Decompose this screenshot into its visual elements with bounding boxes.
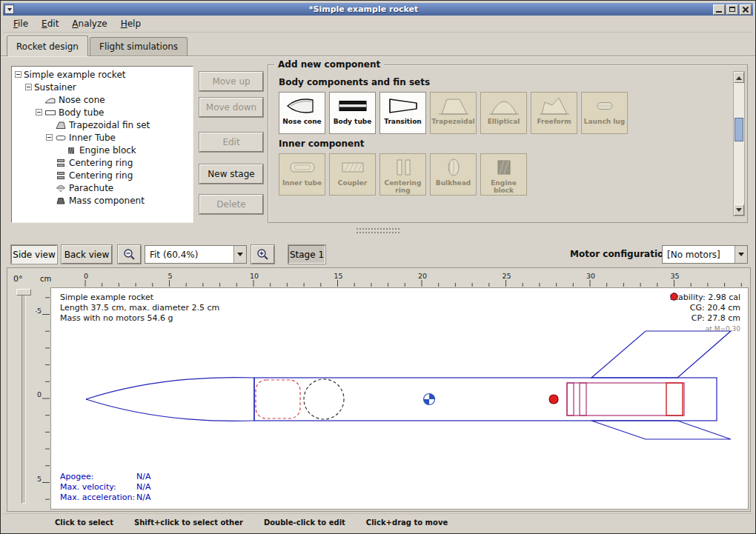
chevron-down-icon[interactable] xyxy=(735,246,747,263)
minimize-icon[interactable] xyxy=(713,4,725,15)
rocket-dimensions: Length 37.5 cm, max. diameter 2.5 cm xyxy=(60,303,219,313)
rotation-slider[interactable] xyxy=(21,290,26,504)
tree-item-mass-component[interactable]: Mass component xyxy=(12,194,193,207)
vertical-ruler: -505 xyxy=(36,287,50,510)
add-bulkhead-button[interactable]: Bulkhead xyxy=(430,153,477,196)
stability-value: Stability: 2.98 cal xyxy=(670,293,740,303)
tab-bar: Rocket design Flight simulations xyxy=(7,36,188,56)
tree-collapse-icon[interactable] xyxy=(25,84,32,90)
svg-text:5: 5 xyxy=(168,272,172,280)
move-down-button[interactable]: Move down xyxy=(199,98,263,117)
back-view-button[interactable]: Back view xyxy=(62,245,112,264)
chevron-down-icon[interactable] xyxy=(233,246,246,263)
tree-item-inner-tube[interactable]: Inner Tube xyxy=(12,131,193,144)
edit-button[interactable]: Edit xyxy=(199,133,263,152)
component-tree[interactable]: Simple example rocketSustainerNose coneB… xyxy=(11,66,193,223)
add-nose-cone-button[interactable]: Nose cone xyxy=(279,92,325,134)
close-icon[interactable] xyxy=(740,4,752,15)
add-body-tube-button[interactable]: Body tube xyxy=(329,92,376,134)
status-hint: Click to select xyxy=(55,518,113,527)
stability-info: Stability: 2.98 cal CG: 20.4 cm CP: 27.8… xyxy=(670,293,740,334)
tab-rocket-design[interactable]: Rocket design xyxy=(7,36,88,56)
mass-icon xyxy=(55,196,67,205)
tree-item-sustainer[interactable]: Sustainer xyxy=(12,81,193,93)
component-group-label: Inner component xyxy=(279,138,729,149)
add-inner-tube-button[interactable]: Inner tube xyxy=(279,153,325,196)
freeform-icon xyxy=(538,95,571,117)
flight-data: Apogee:N/A Max. velocity:N/A Max. accele… xyxy=(60,472,150,503)
tree-item-body-tube[interactable]: Body tube xyxy=(12,106,193,119)
tree-item-nose-cone[interactable]: Nose cone xyxy=(12,93,193,106)
component-button-label: Trapezoidal xyxy=(431,118,474,125)
application-window: *Simple example rocket File Edit Analyze… xyxy=(0,0,756,534)
stage-1-toggle[interactable]: Stage 1 xyxy=(288,245,325,264)
tree-item-trapezoidal-fin-set[interactable]: Trapezoidal fin set xyxy=(12,119,193,131)
motor-configuration-select[interactable]: [No motors] xyxy=(662,245,748,264)
add-centering-ring-button[interactable]: Centering ring xyxy=(379,153,426,196)
motor-configuration-value: [No motors] xyxy=(663,250,735,260)
component-button-label: Elliptical xyxy=(488,118,520,125)
tree-item-label: Nose cone xyxy=(59,95,105,105)
horizontal-ruler: 05101520253035 xyxy=(50,272,749,287)
new-stage-button[interactable]: New stage xyxy=(199,164,263,184)
component-group-label: Body components and fin sets xyxy=(279,77,729,87)
add-freeform-button[interactable]: Freeform xyxy=(531,92,577,134)
tree-item-centering-ring[interactable]: Centering ring xyxy=(12,169,193,181)
tree-item-engine-block[interactable]: Engine block xyxy=(12,144,193,156)
tree-item-label: Sustainer xyxy=(34,82,76,93)
zoom-out-button[interactable] xyxy=(118,245,141,264)
window-menu-icon[interactable] xyxy=(4,4,14,14)
menu-file[interactable]: File xyxy=(7,16,34,31)
tree-item-centering-ring[interactable]: Centering ring xyxy=(12,156,193,169)
bulkhead-icon xyxy=(437,156,470,178)
component-button-label: Inner tube xyxy=(282,179,322,187)
tree-item-label: Simple example rocket xyxy=(24,70,125,80)
apogee-label: Apogee: xyxy=(60,472,136,482)
cg-marker xyxy=(424,394,435,405)
rocket-name: Simple example rocket xyxy=(60,293,219,303)
zoom-in-button[interactable] xyxy=(251,245,274,264)
scrollbar-thumb[interactable] xyxy=(735,118,743,141)
status-hint: Double-click to edit xyxy=(264,518,345,527)
rotation-value: 0° xyxy=(13,274,23,284)
add-component-title: Add new component xyxy=(274,59,384,70)
tree-item-parachute[interactable]: Parachute xyxy=(12,181,193,194)
tree-collapse-icon[interactable] xyxy=(36,109,42,116)
tree-expander-spacer xyxy=(36,96,42,103)
tree-collapse-icon[interactable] xyxy=(46,134,53,141)
tree-expander-spacer xyxy=(46,197,53,204)
rocket-diagram-panel: 0° cm 05101520253035 -505 xyxy=(7,267,751,512)
component-button-label: Coupler xyxy=(338,179,367,187)
centeringring-icon xyxy=(55,158,67,167)
split-pane-divider[interactable] xyxy=(1,226,755,242)
velocity-value: N/A xyxy=(136,482,150,492)
add-coupler-button[interactable]: Coupler xyxy=(329,153,376,196)
tree-item-simple-example-rocket[interactable]: Simple example rocket xyxy=(12,68,193,81)
add-engine-block-button[interactable]: Engine block xyxy=(480,153,527,196)
tree-collapse-icon[interactable] xyxy=(15,71,21,78)
scroll-down-icon[interactable] xyxy=(734,204,744,216)
add-launch-lug-button[interactable]: Launch lug xyxy=(581,92,628,134)
svg-text:15: 15 xyxy=(334,272,342,280)
rocket-canvas[interactable]: Simple example rocket Length 37.5 cm, ma… xyxy=(50,287,749,510)
menu-help[interactable]: Help xyxy=(115,16,147,31)
side-view-button[interactable]: Side view xyxy=(11,245,57,264)
maximize-icon[interactable] xyxy=(726,4,738,15)
view-toolbar: Side view Back view Fit (60.4%) Stage 1 … xyxy=(1,242,755,266)
rotation-slider-handle[interactable] xyxy=(16,289,31,296)
menu-edit[interactable]: Edit xyxy=(36,16,64,31)
status-bar: Click to selectShift+click to select oth… xyxy=(3,513,753,531)
zoom-select[interactable]: Fit (60.4%) xyxy=(145,245,247,264)
tab-flight-simulations[interactable]: Flight simulations xyxy=(90,37,188,56)
delete-button[interactable]: Delete xyxy=(199,195,263,214)
zoom-out-icon xyxy=(123,248,136,261)
add-transition-button[interactable]: Transition xyxy=(379,92,426,134)
menu-analyze[interactable]: Analyze xyxy=(66,16,113,31)
add-trapezoidal-button[interactable]: Trapezoidal xyxy=(430,92,477,134)
component-scrollbar[interactable] xyxy=(733,71,745,216)
tree-item-label: Body tube xyxy=(59,107,104,118)
add-elliptical-button[interactable]: Elliptical xyxy=(480,92,527,134)
scroll-up-icon[interactable] xyxy=(734,72,744,83)
move-up-button[interactable]: Move up xyxy=(199,72,263,91)
acceleration-value: N/A xyxy=(136,493,150,502)
